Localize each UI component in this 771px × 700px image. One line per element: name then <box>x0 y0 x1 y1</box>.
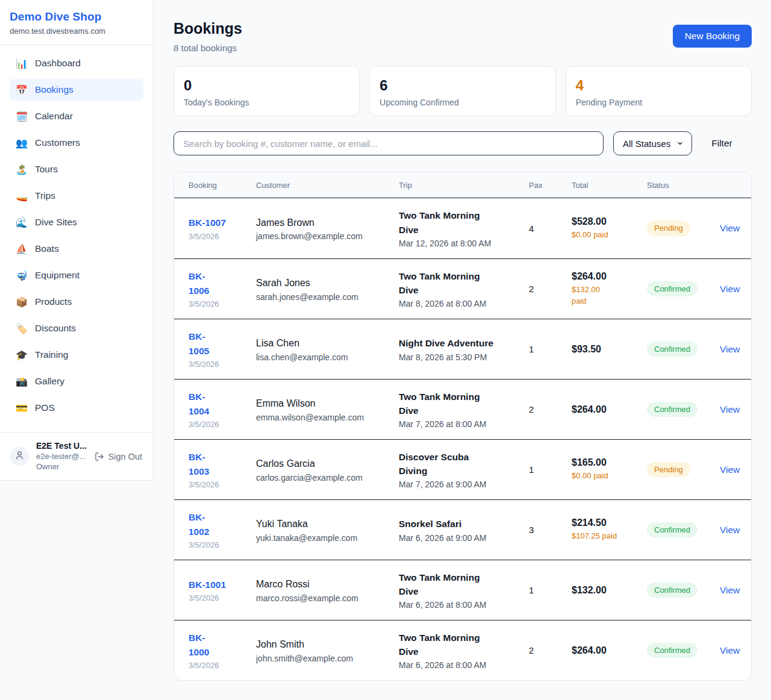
sidebar-item-tours[interactable]: 🏝️Tours <box>10 158 143 180</box>
booking-id-link[interactable]: BK-1000 <box>189 631 209 660</box>
column-header-pax: Pax <box>529 181 572 190</box>
booking-id-link[interactable]: BK-1004 <box>189 390 209 419</box>
booking-date: 3/5/2026 <box>189 661 256 670</box>
stat-card-upcoming-confirmed: 6 Upcoming Confirmed <box>369 66 555 116</box>
total-amount: $264.00 <box>572 404 647 415</box>
sign-out-icon <box>95 452 104 461</box>
view-link[interactable]: View <box>720 284 740 294</box>
view-link[interactable]: View <box>720 464 740 475</box>
pax-count: 1 <box>529 344 572 354</box>
search-input[interactable] <box>173 131 604 155</box>
view-link[interactable]: View <box>720 344 740 354</box>
status-cell: Confirmed <box>647 342 714 357</box>
status-badge: Confirmed <box>647 583 698 598</box>
booking-cell: BK-1006 3/5/2026 <box>189 269 256 308</box>
sidebar-item-products[interactable]: 📦Products <box>10 291 143 313</box>
booking-id-link[interactable]: BK-1007 <box>189 216 226 230</box>
actions-cell: View <box>714 404 740 415</box>
stats-cards: 0 Today's Bookings 6 Upcoming Confirmed … <box>173 66 752 116</box>
booking-date: 3/5/2026 <box>189 540 256 549</box>
speedboat-icon: 🚤 <box>16 190 28 202</box>
sidebar-item-training[interactable]: 🎓Training <box>10 344 143 366</box>
bookings-table: Booking Customer Trip Pax Total Status B… <box>173 172 752 681</box>
sidebar-item-label: Gallery <box>35 376 64 387</box>
filter-row: All Statuses Filter <box>173 131 752 155</box>
table-row: BK-1000 3/5/2026 John Smith john.smith@e… <box>174 620 751 680</box>
booking-id-link[interactable]: BK-1003 <box>189 450 209 479</box>
customer-name: James Brown <box>256 216 399 230</box>
booking-id-link[interactable]: BK-1006 <box>189 269 209 298</box>
sidebar-item-label: Boats <box>35 243 59 254</box>
bar-chart-icon: 📊 <box>16 58 28 69</box>
customer-cell: James Brown james.brown@example.com <box>256 216 399 241</box>
total-cell: $165.00 $0.00 paid <box>572 457 647 482</box>
trip-datetime: Mar 8, 2026 at 5:30 PM <box>399 352 522 362</box>
total-cell: $214.50 $107.25 paid <box>572 517 647 542</box>
sidebar-item-label: Training <box>35 349 68 360</box>
status-badge: Confirmed <box>647 643 698 658</box>
booking-id-link[interactable]: BK-1005 <box>189 330 209 358</box>
view-link[interactable]: View <box>720 525 740 535</box>
booking-id-link[interactable]: BK-1002 <box>189 510 209 539</box>
sidebar-item-equipment[interactable]: 🤿Equipment <box>10 264 143 286</box>
customer-cell: Sarah Jones sarah.jones@example.com <box>256 276 399 301</box>
spiral-calendar-icon: 🗓️ <box>16 111 28 122</box>
sidebar-item-trips[interactable]: 🚤Trips <box>10 185 143 207</box>
trip-datetime: Mar 12, 2026 at 8:00 AM <box>399 239 522 248</box>
sidebar-item-discounts[interactable]: 🏷️Discounts <box>10 317 143 339</box>
total-amount: $528.00 <box>572 216 647 227</box>
view-link[interactable]: View <box>720 223 740 233</box>
page-subtitle: 8 total bookings <box>173 43 242 53</box>
pax-count: 3 <box>529 525 572 535</box>
total-amount: $132.00 <box>572 585 647 596</box>
sidebar-item-boats[interactable]: ⛵Boats <box>10 238 143 260</box>
sidebar-nav: 📊Dashboard📅Bookings🗓️Calendar👥Customers🏝… <box>0 45 153 432</box>
customer-email: sarah.jones@example.com <box>256 292 399 302</box>
view-link[interactable]: View <box>720 404 740 414</box>
sidebar-item-bookings[interactable]: 📅Bookings <box>10 79 143 101</box>
table-body: BK-1007 3/5/2026 James Brown james.brown… <box>174 198 751 680</box>
sidebar-item-calendar[interactable]: 🗓️Calendar <box>10 105 143 127</box>
sidebar-item-pos[interactable]: 💳POS <box>10 397 143 419</box>
paid-amount: $132.00paid <box>572 284 620 307</box>
booking-id-link[interactable]: BK-1001 <box>189 578 226 592</box>
status-select[interactable]: All Statuses <box>613 131 692 155</box>
actions-cell: View <box>714 645 740 656</box>
trip-name: Two Tank MorningDive <box>399 631 501 659</box>
trip-name: Discover ScubaDiving <box>399 450 501 478</box>
view-link[interactable]: View <box>720 585 740 595</box>
sidebar-item-dive-sites[interactable]: 🌊Dive Sites <box>10 211 143 233</box>
customer-name: Yuki Tanaka <box>256 517 399 531</box>
sidebar-item-gallery[interactable]: 📸Gallery <box>10 370 143 392</box>
shop-domain: demo.test.divestreams.com <box>10 27 143 36</box>
trip-name: Snorkel Safari <box>399 517 501 531</box>
paid-amount: $0.00 paid <box>572 470 620 482</box>
customer-name: Emma Wilson <box>256 396 399 410</box>
stat-value: 4 <box>576 78 741 93</box>
stat-value: 0 <box>184 78 349 93</box>
sign-out-button[interactable]: Sign Out <box>95 452 143 461</box>
customer-email: lisa.chen@example.com <box>256 352 399 362</box>
total-amount: $264.00 <box>572 645 647 656</box>
status-badge: Pending <box>647 220 690 236</box>
diving-mask-icon: 🤿 <box>16 270 28 281</box>
filter-button[interactable]: Filter <box>711 138 732 149</box>
status-badge: Confirmed <box>647 522 698 538</box>
booking-date: 3/5/2026 <box>189 420 256 429</box>
trip-datetime: Mar 6, 2026 at 8:00 AM <box>399 660 522 670</box>
wave-icon: 🌊 <box>16 217 28 228</box>
booking-cell: BK-1004 3/5/2026 <box>189 390 256 429</box>
calendar-icon: 📅 <box>16 84 28 96</box>
view-link[interactable]: View <box>720 645 740 655</box>
actions-cell: View <box>714 284 740 295</box>
new-booking-button[interactable]: New Booking <box>673 25 752 48</box>
trip-name: Two Tank MorningDive <box>399 570 501 599</box>
status-cell: Confirmed <box>647 643 714 658</box>
sidebar-item-dashboard[interactable]: 📊Dashboard <box>10 52 143 74</box>
sidebar-item-customers[interactable]: 👥Customers <box>10 132 143 154</box>
sidebar-item-label: POS <box>35 402 55 413</box>
customer-cell: Emma Wilson emma.wilson@example.com <box>256 396 399 422</box>
sidebar-item-label: Dashboard <box>35 58 81 69</box>
status-badge: Confirmed <box>647 281 698 297</box>
trip-datetime: Mar 7, 2026 at 8:00 AM <box>399 419 522 429</box>
